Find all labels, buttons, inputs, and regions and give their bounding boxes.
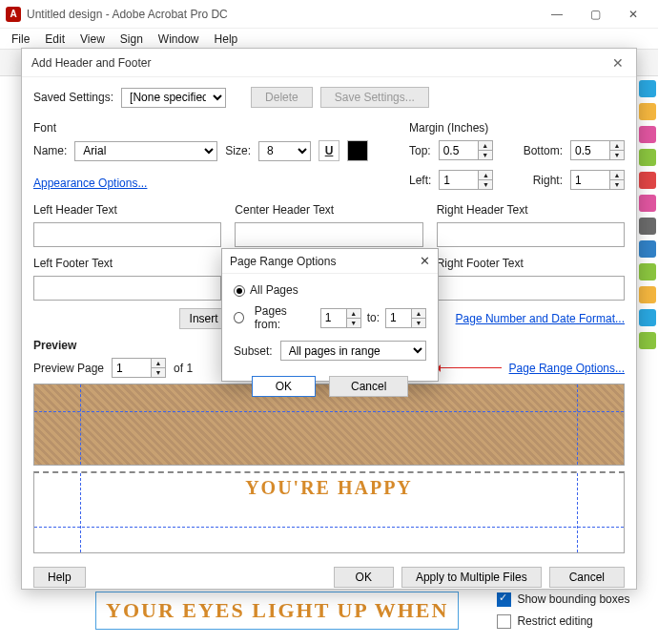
- left-footer-label: Left Footer Text: [33, 257, 221, 270]
- modal-title: Page Range Options: [230, 255, 420, 268]
- right-footer-label: Right Footer Text: [437, 257, 625, 270]
- close-button[interactable]: ✕: [614, 0, 652, 29]
- preview-footer-text: YOU'RE HAPPY: [245, 477, 413, 499]
- all-pages-label: All Pages: [250, 283, 298, 297]
- page-range-options-dialog: Page Range Options ✕ All Pages Pages fro…: [221, 248, 439, 382]
- document-area: YOUR EYES LIGHT UP WHEN Show bounding bo…: [95, 592, 639, 630]
- apply-multiple-button[interactable]: Apply to Multiple Files: [401, 567, 542, 588]
- left-header-input[interactable]: [33, 222, 221, 247]
- pages-from-radio[interactable]: [234, 312, 244, 323]
- right-tool-rail: [637, 76, 658, 353]
- tool-icon[interactable]: [639, 172, 656, 189]
- document-text: YOUR EYES LIGHT UP WHEN: [106, 598, 448, 622]
- font-size-select[interactable]: 8: [258, 141, 311, 161]
- preview-footer-area: YOU'RE HAPPY: [33, 471, 625, 553]
- cancel-button[interactable]: Cancel: [549, 567, 625, 588]
- pages-to-label: to:: [367, 311, 380, 324]
- tool-icon[interactable]: [639, 263, 656, 280]
- page-range-options-link[interactable]: Page Range Options...: [509, 362, 625, 375]
- menu-window[interactable]: Window: [151, 31, 207, 48]
- right-header-input[interactable]: [437, 222, 625, 247]
- font-name-select[interactable]: Arial: [74, 141, 217, 161]
- preview-page-label: Preview Page: [33, 362, 104, 375]
- save-settings-button[interactable]: Save Settings...: [320, 87, 429, 108]
- saved-settings-select[interactable]: [None specified]: [121, 88, 226, 108]
- modal-cancel-button[interactable]: Cancel: [329, 376, 408, 397]
- pages-from-label: Pages from:: [255, 304, 309, 331]
- margin-left-input[interactable]: ▲▼: [439, 170, 493, 190]
- modal-close-icon[interactable]: ✕: [420, 254, 430, 268]
- preview-page-input[interactable]: ▲▼: [112, 358, 166, 378]
- tool-icon[interactable]: [639, 218, 656, 235]
- all-pages-radio[interactable]: [234, 285, 245, 297]
- center-header-label: Center Header Text: [235, 203, 422, 217]
- subset-select[interactable]: All pages in range: [280, 341, 426, 361]
- color-picker-button[interactable]: [347, 140, 368, 161]
- tool-icon[interactable]: [639, 103, 656, 120]
- pages-from-input[interactable]: ▲▼: [320, 308, 361, 328]
- font-group-label: Font: [33, 121, 371, 135]
- font-size-label: Size:: [225, 144, 251, 157]
- menu-file[interactable]: File: [4, 31, 37, 48]
- menu-edit[interactable]: Edit: [37, 31, 72, 48]
- menu-view[interactable]: View: [72, 31, 113, 48]
- font-name-label: Name:: [33, 144, 67, 157]
- window-title: Untitled design - Adobe Acrobat Pro DC: [27, 8, 538, 21]
- underline-button[interactable]: U: [319, 140, 339, 161]
- left-header-label: Left Header Text: [33, 203, 221, 217]
- tool-icon[interactable]: [639, 286, 656, 303]
- margin-bottom-input[interactable]: ▲▼: [570, 140, 625, 160]
- right-header-label: Right Header Text: [437, 203, 625, 217]
- preview-of-label: of 1: [174, 362, 193, 375]
- app-icon: A: [6, 7, 21, 22]
- tool-icon[interactable]: [639, 195, 656, 212]
- saved-settings-label: Saved Settings:: [33, 91, 113, 104]
- dialog-title: Add Header and Footer: [31, 56, 609, 70]
- page-number-date-format-link[interactable]: Page Number and Date Format...: [456, 312, 625, 325]
- tool-icon[interactable]: [639, 80, 656, 97]
- ok-button[interactable]: OK: [334, 567, 394, 588]
- help-button[interactable]: Help: [33, 567, 86, 588]
- annotation-arrow: [440, 367, 502, 368]
- menu-help[interactable]: Help: [207, 31, 246, 48]
- margin-group-label: Margin (Inches): [409, 121, 625, 135]
- minimize-button[interactable]: ―: [538, 0, 576, 29]
- margin-bottom-label: Bottom:: [524, 144, 563, 157]
- restrict-editing-label: Restrict editing: [517, 614, 592, 628]
- center-header-input[interactable]: [235, 222, 422, 247]
- delete-button[interactable]: Delete: [251, 87, 313, 108]
- margin-left-label: Left:: [409, 174, 431, 187]
- tool-icon[interactable]: [639, 126, 656, 143]
- menu-sign[interactable]: Sign: [113, 31, 151, 48]
- pages-to-input[interactable]: ▲▼: [385, 308, 426, 328]
- margin-right-input[interactable]: ▲▼: [570, 170, 625, 190]
- titlebar: A Untitled design - Adobe Acrobat Pro DC…: [0, 0, 658, 29]
- margin-right-label: Right:: [533, 174, 563, 187]
- subset-label: Subset:: [234, 344, 273, 358]
- left-footer-input[interactable]: [33, 276, 221, 301]
- tool-icon[interactable]: [639, 332, 656, 349]
- margin-top-label: Top:: [409, 144, 431, 157]
- menubar: File Edit View Sign Window Help: [0, 29, 658, 50]
- margin-top-input[interactable]: ▲▼: [439, 140, 493, 160]
- tool-icon[interactable]: [639, 309, 656, 326]
- dialog-close-icon[interactable]: ✕: [609, 55, 627, 71]
- appearance-options-link[interactable]: Appearance Options...: [33, 177, 147, 190]
- maximize-button[interactable]: ▢: [576, 0, 614, 29]
- tool-icon[interactable]: [639, 149, 656, 166]
- restrict-editing-checkbox[interactable]: [497, 614, 511, 629]
- right-footer-input[interactable]: [437, 276, 625, 301]
- modal-ok-button[interactable]: OK: [252, 376, 316, 397]
- tool-icon[interactable]: [639, 240, 656, 258]
